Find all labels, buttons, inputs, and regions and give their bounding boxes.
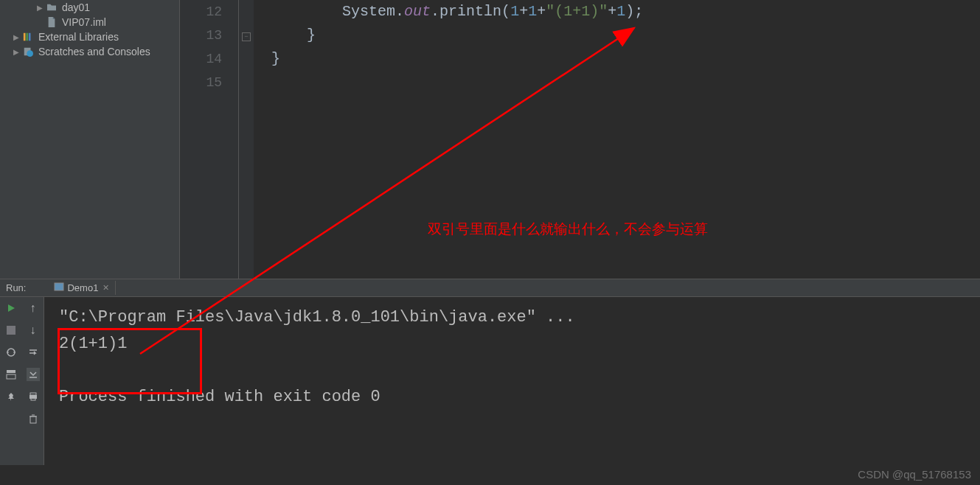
tree-item-scratches[interactable]: ▶ Scratches and Consoles <box>0 44 179 59</box>
code-token: } <box>307 27 316 43</box>
trash-icon[interactable] <box>27 412 40 425</box>
code-token: ) <box>625 3 634 20</box>
code-token: . <box>431 3 439 20</box>
library-icon <box>22 32 34 42</box>
tree-item-external-libraries[interactable]: ▶ External Libraries <box>0 29 179 44</box>
debug-icon[interactable] <box>4 346 18 359</box>
svg-rect-9 <box>7 326 15 335</box>
svg-rect-17 <box>31 398 35 400</box>
svg-rect-13 <box>7 370 15 373</box>
scratch-icon <box>22 46 34 57</box>
project-tree: ▶ day01 VIP07.iml ▶ External Libraries ▶… <box>0 0 180 279</box>
print-icon[interactable] <box>27 390 40 403</box>
svg-rect-7 <box>55 283 63 290</box>
code-token: 1 <box>528 3 537 20</box>
code-token: out <box>404 3 431 20</box>
code-token: ( <box>501 3 510 20</box>
line-number: 14 <box>180 47 222 71</box>
code-token: + <box>608 3 616 20</box>
tree-label: day01 <box>62 1 90 13</box>
code-token: ; <box>634 3 643 20</box>
fold-end-icon[interactable]: − <box>239 24 254 47</box>
svg-rect-1 <box>26 33 28 41</box>
code-token: "(1+1)" <box>546 3 608 20</box>
code-token: + <box>537 3 546 20</box>
svg-rect-14 <box>7 374 15 379</box>
tree-label: Scratches and Consoles <box>38 46 150 57</box>
code-token: System <box>342 3 395 20</box>
code-token: } <box>271 50 280 67</box>
svg-rect-15 <box>30 393 36 395</box>
tree-label: VIP07.iml <box>62 16 106 28</box>
close-icon[interactable]: ✕ <box>102 283 109 293</box>
watermark: CSDN @qq_51768153 <box>858 468 971 481</box>
tree-label: External Libraries <box>38 31 119 43</box>
stop-icon[interactable] <box>4 324 18 337</box>
run-toolbar-primary <box>0 297 22 465</box>
run-label: Run: <box>6 282 26 293</box>
expand-arrow-icon[interactable]: ▶ <box>13 33 22 41</box>
svg-marker-8 <box>8 304 15 312</box>
svg-rect-2 <box>29 33 31 41</box>
fold-gutter: − <box>239 0 254 279</box>
line-number-gutter: 12 13 14 15 <box>180 0 239 279</box>
tree-item-day01[interactable]: ▶ day01 <box>0 0 179 15</box>
file-icon <box>46 17 58 27</box>
line-number: 15 <box>180 71 222 94</box>
up-icon[interactable]: ↑ <box>27 301 40 315</box>
code-token: println <box>439 3 501 20</box>
folder-icon <box>46 3 58 12</box>
wrap-icon[interactable] <box>27 346 40 359</box>
svg-point-4 <box>27 50 33 57</box>
annotation-highlight-box <box>58 328 202 394</box>
run-config-icon <box>54 282 64 293</box>
down-icon[interactable]: ↓ <box>27 324 40 337</box>
code-token: . <box>395 3 404 20</box>
line-number: 12 <box>180 0 222 24</box>
expand-arrow-icon[interactable]: ▶ <box>13 48 22 56</box>
annotation-text: 双引号里面是什么就输出什么，不会参与运算 <box>428 220 708 239</box>
scroll-end-icon[interactable] <box>27 368 40 381</box>
code-token: 1 <box>616 3 625 20</box>
run-tab-label: Demo1 <box>67 282 98 293</box>
layout-icon[interactable] <box>4 368 18 381</box>
run-toolbar-secondary: ↑ ↓ <box>22 297 44 465</box>
console-line: "C:\Program Files\Java\jdk1.8.0_101\bin\… <box>59 304 965 331</box>
tree-item-vip07iml[interactable]: VIP07.iml <box>0 15 179 29</box>
run-panel-header: Run: Demo1 ✕ <box>0 279 980 297</box>
code-token: + <box>519 3 528 20</box>
rerun-icon[interactable] <box>4 301 18 315</box>
line-number: 13 <box>180 24 222 47</box>
code-token: 1 <box>510 3 519 20</box>
pin-icon[interactable] <box>4 390 18 403</box>
svg-rect-18 <box>30 416 36 423</box>
run-tab-demo1[interactable]: Demo1 ✕ <box>48 281 116 295</box>
expand-arrow-icon[interactable]: ▶ <box>37 4 46 12</box>
svg-rect-0 <box>24 33 26 41</box>
